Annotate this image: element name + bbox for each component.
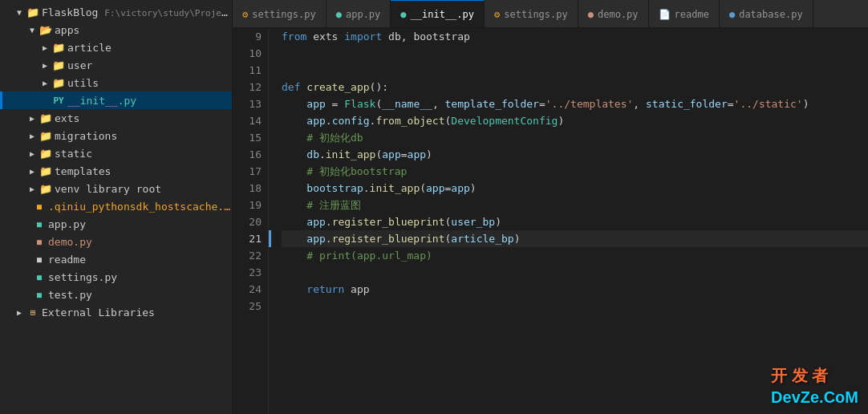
sidebar-item-settings[interactable]: ■ settings.py: [0, 268, 232, 286]
app-py-label: app.py: [47, 218, 232, 230]
line-num-12: 12: [233, 79, 262, 95]
readme-label: readme: [47, 254, 232, 266]
code-line-20: app.register_blueprint(user_bp): [282, 213, 868, 230]
line-num-13: 13: [233, 95, 262, 112]
test-icon: ■: [32, 290, 47, 299]
code-line-14: app.config.from_object(DevelopmentConfig…: [282, 112, 868, 129]
readme-icon: ■: [32, 255, 47, 264]
exts-label: exts: [53, 112, 232, 124]
utils-label: utils: [66, 77, 232, 89]
article-label: article: [66, 42, 232, 54]
sidebar-item-venv[interactable]: ▶ 📁 venv library root: [0, 180, 232, 197]
static-icon: 📁: [39, 148, 53, 160]
code-line-16: db.init_app(app=app): [282, 146, 868, 163]
code-content: from exts import db, bootstrap def creat…: [269, 28, 868, 414]
file-tree: ▼ 📁 FlaskBlog F:\victory\study\Project\f…: [0, 0, 233, 414]
tab-init[interactable]: ● __init__.py: [391, 0, 485, 28]
code-editor[interactable]: 9 10 11 12 13 14 15 16 17 18 19 20 21 22…: [233, 28, 868, 414]
code-line-24: return app: [282, 281, 868, 298]
init-py-icon: PY: [51, 95, 66, 106]
line-num-18: 18: [233, 180, 262, 197]
demo-py-label: demo.py: [47, 236, 232, 248]
code-line-13: app = Flask(__name__, template_folder='.…: [282, 95, 868, 112]
line-num-17: 17: [233, 163, 262, 180]
sidebar-item-exts[interactable]: ▶ 📁 exts: [0, 109, 232, 127]
user-label: user: [66, 59, 232, 71]
sidebar-item-templates[interactable]: ▶ 📁 templates: [0, 162, 232, 180]
tab-app-icon: ●: [336, 9, 342, 20]
line-num-9: 9: [233, 28, 262, 45]
settings-icon: ■: [32, 273, 47, 282]
utils-arrow: ▶: [39, 79, 51, 87]
templates-arrow: ▶: [26, 167, 39, 176]
code-line-18: bootstrap.init_app(app=app): [282, 180, 868, 197]
root-folder-icon: 📁: [26, 6, 40, 18]
qiniu-icon: ■: [32, 202, 47, 211]
qiniu-label: .qiniu_pythonsdk_hostscache.json: [47, 201, 232, 213]
tab-readme-label: readme: [675, 9, 709, 20]
app-py-icon: ■: [32, 220, 47, 229]
demo-icon: ■: [32, 237, 47, 246]
line-num-15: 15: [233, 129, 262, 146]
user-icon: 📁: [51, 59, 66, 71]
tab-settings-icon: ⚙: [242, 9, 248, 20]
code-line-25: [282, 298, 868, 315]
sidebar-item-user[interactable]: ▶ 📁 user: [0, 56, 232, 74]
sidebar-item-static[interactable]: ▶ 📁 static: [0, 144, 232, 162]
root-folder-arrow: ▼: [13, 8, 26, 17]
migrations-label: migrations: [53, 130, 232, 142]
line-num-20: 20: [233, 213, 262, 230]
code-line-21: app.register_blueprint(article_bp): [282, 230, 868, 247]
code-line-23: [282, 264, 868, 281]
tab-settings2-label: settings.py: [504, 9, 567, 20]
line-num-10: 10: [233, 45, 262, 62]
line-num-21: 21: [233, 230, 262, 247]
tab-settings2[interactable]: ⚙ settings.py: [485, 0, 578, 28]
tab-settings[interactable]: ⚙ settings.py: [233, 0, 327, 28]
utils-icon: 📁: [51, 77, 66, 89]
tab-database-label: database.py: [739, 9, 802, 20]
apps-icon: 📂: [39, 24, 53, 36]
tab-readme[interactable]: 📄 readme: [649, 0, 720, 28]
code-line-11: [282, 62, 868, 79]
sidebar-item-qiniu[interactable]: ■ .qiniu_pythonsdk_hostscache.json: [0, 197, 232, 215]
user-arrow: ▶: [39, 61, 51, 70]
tab-demo[interactable]: ● demo.py: [578, 0, 649, 28]
line-numbers: 9 10 11 12 13 14 15 16 17 18 19 20 21 22…: [233, 28, 269, 414]
venv-arrow: ▶: [26, 185, 39, 193]
line-num-24: 24: [233, 281, 262, 298]
code-line-22: # print(app.url_map): [282, 247, 868, 264]
extlibs-arrow: ▶: [13, 308, 26, 317]
sidebar-item-init[interactable]: PY __init__.py: [0, 91, 232, 109]
line-num-22: 22: [233, 247, 262, 264]
apps-label: apps: [53, 24, 232, 36]
tab-settings-label: settings.py: [252, 9, 315, 20]
templates-icon: 📁: [39, 165, 53, 177]
line-num-23: 23: [233, 264, 262, 281]
line-num-19: 19: [233, 197, 262, 213]
venv-icon: 📁: [39, 183, 53, 195]
tab-database[interactable]: ● database.py: [720, 0, 813, 28]
exts-arrow: ▶: [26, 114, 39, 123]
code-line-9: from exts import db, bootstrap: [282, 28, 868, 45]
sidebar-item-migrations[interactable]: ▶ 📁 migrations: [0, 127, 232, 144]
init-py-label: __init__.py: [66, 95, 232, 107]
sidebar-item-article[interactable]: ▶ 📁 article: [0, 39, 232, 56]
root-folder[interactable]: ▼ 📁 FlaskBlog F:\victory\study\Project\f…: [0, 3, 232, 21]
sidebar-item-readme[interactable]: ■ readme: [0, 250, 232, 268]
sidebar-item-ext-libs[interactable]: ▶ ⊞ External Libraries: [0, 303, 232, 321]
tab-app-label: app.py: [346, 9, 380, 20]
sidebar-item-app-py[interactable]: ■ app.py: [0, 215, 232, 233]
sidebar-item-demo-py[interactable]: ■ demo.py: [0, 233, 232, 250]
active-file-indicator: [0, 91, 2, 109]
sidebar-item-test-py[interactable]: ■ test.py: [0, 286, 232, 303]
tab-app[interactable]: ● app.py: [327, 0, 391, 28]
article-arrow: ▶: [39, 43, 51, 52]
tabs-bar: ⚙ settings.py ● app.py ● __init__.py ⚙ s…: [233, 0, 868, 28]
code-line-10: [282, 45, 868, 62]
line-num-14: 14: [233, 112, 262, 129]
sidebar-item-apps[interactable]: ▼ 📂 apps: [0, 21, 232, 39]
settings-label: settings.py: [47, 271, 232, 283]
sidebar-item-utils[interactable]: ▶ 📁 utils: [0, 74, 232, 91]
line-num-25: 25: [233, 298, 262, 315]
